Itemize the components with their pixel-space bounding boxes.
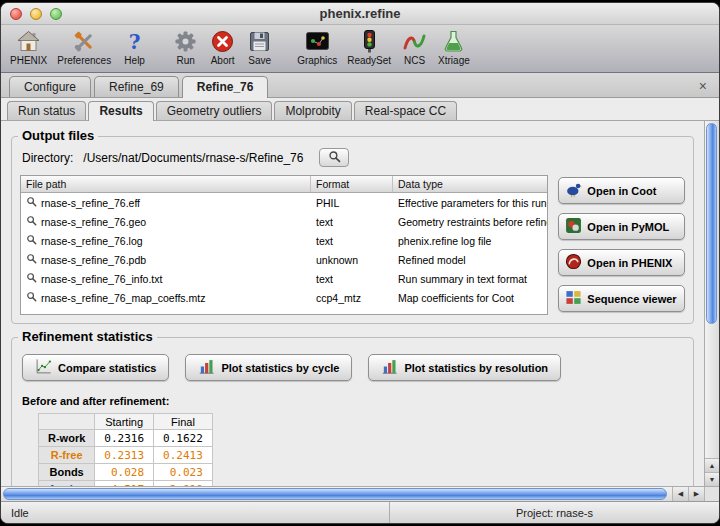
file-row[interactable]: rnase-s_refine_76_info.txt text Run summ…	[21, 269, 547, 288]
files-row: File path Format Data type rnase-s_refin…	[20, 175, 685, 315]
tab-results[interactable]: Results	[88, 101, 153, 121]
ncs-icon	[401, 28, 428, 55]
file-type: Geometry restraints before refinement	[393, 216, 547, 228]
gear-icon	[172, 28, 199, 55]
toolbar-button-xtriage[interactable]: Xtriage	[433, 27, 475, 67]
button-label: Plot statistics by cycle	[221, 362, 339, 374]
toolbar-label: ReadySet	[347, 55, 391, 66]
file-format: unknown	[311, 254, 393, 266]
sequence-viewer-button[interactable]: Sequence viewer	[558, 285, 685, 312]
vertical-scrollbar[interactable]: ▲ ▼	[704, 121, 719, 486]
stat-label: R-free	[39, 447, 95, 464]
file-row[interactable]: rnase-s_refine_76.log text phenix.refine…	[21, 231, 547, 250]
tab-run-status[interactable]: Run status	[7, 101, 86, 120]
scroll-down-arrow[interactable]: ▼	[705, 472, 719, 486]
tab-molprobity[interactable]: Molprobity	[274, 101, 351, 120]
titlebar[interactable]: phenix.refine	[1, 3, 719, 25]
horizontal-scrollbar-arrows: ◀ ▶	[672, 487, 704, 501]
tab-geometry-outliers[interactable]: Geometry outliers	[156, 101, 273, 120]
open-in-pymol-button[interactable]: Open in PyMOL	[558, 213, 685, 240]
stats-col-final: Final	[154, 414, 213, 430]
xtriage-icon	[440, 28, 467, 55]
open-in-coot-button[interactable]: Open in Coot	[558, 177, 685, 204]
zoom-window-button[interactable]	[50, 8, 62, 20]
file-format: PHIL	[311, 197, 393, 209]
toolbar-button-readyset[interactable]: ReadySet	[342, 27, 396, 67]
button-label: Plot statistics by resolution	[404, 362, 548, 374]
plot-by-cycle-button[interactable]: Plot statistics by cycle	[185, 354, 352, 381]
file-format: text	[311, 235, 393, 247]
plot-by-resolution-button[interactable]: Plot statistics by resolution	[368, 354, 561, 381]
stats-corner-cell	[39, 414, 95, 430]
magnifier-icon	[26, 272, 37, 285]
browse-directory-button[interactable]	[319, 148, 349, 167]
stats-buttons-row: Compare statistics Plot statistics by cy…	[22, 354, 683, 381]
tab-real-space-cc[interactable]: Real-space CC	[354, 101, 457, 120]
status-text: Idle	[1, 507, 389, 519]
toolbar-button-help[interactable]: ? Help	[116, 27, 153, 67]
scroll-left-arrow[interactable]: ◀	[672, 487, 688, 501]
file-format: text	[311, 216, 393, 228]
toolbar-button-abort[interactable]: Abort	[204, 27, 241, 67]
horizontal-scrollbar[interactable]: ◀ ▶	[1, 486, 719, 501]
file-name: rnase-s_refine_76.geo	[41, 216, 146, 228]
stat-starting-value: 0.2313	[95, 447, 154, 464]
toolbar-button-graphics[interactable]: Graphics	[292, 27, 342, 67]
file-row[interactable]: rnase-s_refine_76.geo text Geometry rest…	[21, 212, 547, 231]
button-label: Compare statistics	[58, 362, 156, 374]
toolbar-button-save[interactable]: Save	[241, 27, 278, 67]
toolbar-label: Graphics	[297, 55, 337, 66]
directory-row: Directory: /Users/nat/Documents/rnase-s/…	[22, 148, 683, 167]
coot-bird-icon	[565, 181, 582, 200]
results-panel: Output files Directory: /Users/nat/Docum…	[1, 121, 719, 486]
vertical-scrollbar-thumb[interactable]	[706, 123, 717, 324]
stats-col-starting: Starting	[95, 414, 154, 430]
file-name: rnase-s_refine_76.eff	[41, 197, 140, 209]
scroll-right-arrow[interactable]: ▶	[688, 487, 704, 501]
button-label: Open in Coot	[587, 185, 656, 197]
save-icon	[246, 28, 273, 55]
refinement-statistics-section: Refinement statistics Compare statistics…	[11, 337, 694, 486]
toolbar-button-preferences[interactable]: Preferences	[52, 27, 116, 67]
table-header[interactable]: File path Format Data type	[21, 176, 547, 193]
toolbar-button-phenix[interactable]: PHENIX	[5, 27, 52, 67]
scroll-up-arrow[interactable]: ▲	[705, 458, 719, 472]
tab-refine-69[interactable]: Refine_69	[94, 76, 179, 97]
file-name: rnase-s_refine_76_map_coeffs.mtz	[41, 292, 205, 304]
stat-final-value: 0.023	[154, 464, 213, 481]
column-data-type[interactable]: Data type	[393, 176, 547, 192]
column-file-path[interactable]: File path	[21, 176, 311, 192]
home-icon	[15, 28, 42, 55]
file-format: text	[311, 273, 393, 285]
main-tab-bar: Configure Refine_69 Refine_76 ×	[1, 73, 719, 98]
file-row[interactable]: rnase-s_refine_76_map_coeffs.mtz ccp4_mt…	[21, 288, 547, 307]
toolbar-label: Abort	[211, 55, 235, 66]
file-row[interactable]: rnase-s_refine_76.pdb unknown Refined mo…	[21, 250, 547, 269]
file-name: rnase-s_refine_76_info.txt	[41, 273, 162, 285]
section-title: Refinement statistics	[18, 329, 157, 344]
horizontal-scrollbar-thumb[interactable]	[3, 488, 667, 500]
project-label: Project: rnase-s	[389, 502, 719, 523]
minimize-window-button[interactable]	[30, 8, 42, 20]
results-scrollview: Output files Directory: /Users/nat/Docum…	[1, 121, 704, 486]
tab-refine-76[interactable]: Refine_76	[182, 76, 269, 98]
toolbar-button-run[interactable]: Run	[167, 27, 204, 67]
button-label: Open in PyMOL	[587, 221, 669, 233]
tools-icon	[71, 28, 98, 55]
column-format[interactable]: Format	[311, 176, 393, 192]
toolbar-label: Run	[176, 55, 194, 66]
open-in-phenix-button[interactable]: Open in PHENIX	[558, 249, 685, 276]
stat-starting-value: 0.2316	[95, 430, 154, 447]
directory-label: Directory:	[22, 151, 73, 165]
close-window-button[interactable]	[10, 8, 22, 20]
file-type: Run summary in text format	[393, 273, 547, 285]
phenix-refine-window: phenix.refine PHENIX Preferences ? Help …	[1, 3, 719, 523]
magnifier-icon	[26, 291, 37, 304]
toolbar-button-ncs[interactable]: NCS	[396, 27, 433, 67]
file-name: rnase-s_refine_76.pdb	[41, 254, 146, 266]
compare-statistics-button[interactable]: Compare statistics	[22, 354, 169, 381]
tab-configure[interactable]: Configure	[9, 76, 91, 97]
file-row[interactable]: rnase-s_refine_76.eff PHIL Effective par…	[21, 193, 547, 212]
toolbar-label: Help	[124, 55, 145, 66]
tab-close-icon[interactable]: ×	[695, 78, 711, 97]
